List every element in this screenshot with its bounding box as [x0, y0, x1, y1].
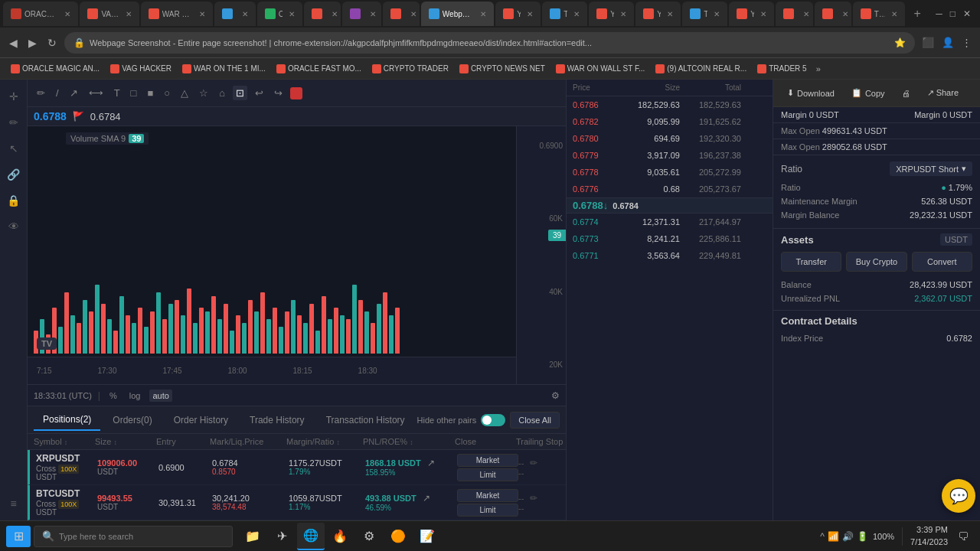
bookmark-oracle-fast[interactable]: ORACLE FAST MO... [272, 63, 366, 75]
browser-tab-14[interactable]: YT (10) ✕ [729, 2, 774, 26]
footer-log-btn[interactable]: log [126, 390, 144, 402]
xrp-limit-btn[interactable]: Limit [457, 468, 518, 481]
col-header-size[interactable]: Size ↕ [95, 437, 156, 446]
magnet-icon[interactable]: 🔗 [3, 164, 24, 185]
settings-btn[interactable]: ⋮ [959, 34, 974, 51]
profile-btn[interactable]: 👤 [939, 34, 956, 51]
browser-tab-9[interactable]: YT (10) ✕ [495, 2, 541, 26]
browser-tab-2[interactable]: WAR ON THE 1 MI... ✕ [141, 2, 213, 26]
col-header-symbol[interactable]: Symbol ↕ [34, 437, 95, 446]
tab-order-history[interactable]: Order History [165, 410, 237, 430]
footer-pct-btn[interactable]: % [106, 390, 120, 402]
browser-tab-6[interactable]: ¶ 30 ✕ [342, 2, 381, 26]
arrow-btn[interactable]: ↗ [67, 86, 81, 100]
taskbar-firefox[interactable]: 🔥 [326, 523, 354, 550]
tab-positions[interactable]: Positions(2) [34, 409, 100, 431]
browser-tab-3[interactable]: Loc... ✕ [214, 2, 256, 26]
pencil-icon[interactable]: ✏ [3, 112, 24, 133]
taskbar-file-explorer[interactable]: 📁 [239, 523, 266, 550]
measure-btn[interactable]: ⟷ [86, 86, 106, 100]
browser-tab-1[interactable]: VAG HACKER ✕ [80, 2, 139, 26]
reload-button[interactable]: ↻ [44, 34, 60, 52]
bookmark-crypto-trader[interactable]: CRYPTO TRADER [368, 63, 453, 75]
col-header-margin[interactable]: Margin/Ratio ↕ [286, 437, 363, 446]
triangle-btn[interactable]: △ [178, 86, 191, 100]
browser-tab-11[interactable]: YT (10) ✕ [589, 2, 634, 26]
notification-btn[interactable]: 🗨 [952, 526, 974, 547]
star-btn[interactable]: ☆ [196, 86, 211, 100]
bookmark-oracle-magic[interactable]: ORACLE MAGIC AN... [6, 63, 104, 75]
copy-btn-right[interactable]: 📋 Copy [844, 85, 893, 101]
browser-tab-10[interactable]: Tw (22) ✕ [542, 2, 587, 26]
tab-orders[interactable]: Orders(0) [103, 410, 161, 430]
ratio-pair-selector[interactable]: XRPUSDT Short ▾ [890, 161, 972, 176]
stop-btn[interactable] [290, 87, 302, 99]
taskbar-app-orange[interactable]: 🟠 [384, 523, 412, 550]
cursor-icon[interactable]: ↖ [3, 138, 24, 159]
chat-bubble[interactable]: 💬 [942, 479, 975, 513]
draw-pencil-btn[interactable]: ✏ [34, 86, 48, 100]
eye-icon[interactable]: 👁 [3, 216, 24, 237]
address-bar[interactable]: 🔒 Webpage Screenshot - Entire page scree… [64, 32, 915, 54]
footer-auto-btn[interactable]: auto [149, 390, 172, 402]
chart-body[interactable]: Volume SMA 9 39 0.6900 60K 40K 20K 39 TV [28, 126, 566, 384]
taskbar-telegram[interactable]: ✈ [268, 523, 296, 550]
box-select-btn[interactable]: ⊡ [233, 86, 247, 100]
layers-icon[interactable]: ≡ [3, 493, 24, 514]
transfer-button[interactable]: Transfer [781, 252, 841, 272]
tray-icon-1[interactable]: ^ [820, 531, 825, 542]
minimize-btn[interactable]: ─ [933, 8, 946, 19]
browser-tab-8[interactable]: Webpage Screenshot ✕ [421, 2, 494, 26]
browser-tab-17[interactable]: TRADER 5 ✕ [853, 2, 905, 26]
buy-crypto-button[interactable]: Buy Crypto [846, 252, 906, 272]
battery-icon[interactable]: 🔋 [857, 531, 868, 542]
xrp-market-btn[interactable]: Market [457, 454, 518, 467]
browser-tab-13[interactable]: Tw (22) ✕ [682, 2, 727, 26]
chart-settings-btn[interactable]: ⚙ [551, 390, 560, 401]
btc-limit-btn[interactable]: Limit [457, 504, 518, 517]
tab-transaction-history[interactable]: Transaction History [317, 410, 414, 430]
line-btn[interactable]: / [53, 86, 62, 100]
bookmark-altcoin[interactable]: (9) ALTCOIN REAL R... [651, 63, 751, 75]
browser-tab-4[interactable]: Cn (63) ✕ [257, 2, 302, 26]
browser-tab-12[interactable]: YT (10) ✕ [635, 2, 681, 26]
hide-pairs-toggle[interactable] [481, 414, 505, 426]
network-icon[interactable]: 📶 [828, 531, 839, 542]
speaker-icon[interactable]: 🔊 [842, 531, 854, 542]
print-btn-right[interactable]: 🖨 [894, 86, 918, 101]
browser-tab-15[interactable]: We ✕ [776, 2, 812, 26]
lock-icon[interactable]: 🔒 [3, 190, 24, 211]
taskbar-settings[interactable]: ⚙ [355, 523, 383, 550]
bookmark-war-wall[interactable]: WAR ON WALL ST F... [551, 63, 650, 75]
start-button[interactable]: ⊞ [6, 526, 31, 547]
browser-tab-7[interactable]: We ✕ [383, 2, 420, 26]
taskbar-word[interactable]: 📝 [413, 523, 441, 550]
bookmark-vag[interactable]: VAG HACKER [106, 63, 176, 75]
bookmark-crypto-news[interactable]: CRYPTO NEWS NET [455, 63, 550, 75]
convert-button[interactable]: Convert [912, 252, 972, 272]
extensions-btn[interactable]: ⬛ [920, 34, 936, 51]
tab-trade-history[interactable]: Trade History [240, 410, 314, 430]
undo-btn[interactable]: ↩ [252, 86, 266, 100]
browser-tab-0[interactable]: ORACLE MAGIC AN... ✕ [3, 2, 78, 26]
text-btn[interactable]: T [111, 86, 123, 100]
maximize-btn[interactable]: □ [947, 8, 959, 19]
download-btn-right[interactable]: ⬇ Download [779, 85, 842, 101]
browser-tab-16[interactable]: We ✕ [815, 2, 851, 26]
back-button[interactable]: ◀ [6, 34, 21, 52]
filled-rect-btn[interactable]: ■ [144, 86, 156, 100]
btc-share-icon[interactable]: ↗ [423, 493, 430, 504]
btc-trailing-edit[interactable]: ✏ [530, 493, 537, 504]
search-bar[interactable]: 🔍 Type here to search [34, 526, 233, 547]
forward-button[interactable]: ▶ [25, 34, 40, 52]
browser-tab-5[interactable]: $0. ✕ [304, 2, 341, 26]
close-all-button[interactable]: Close All [510, 412, 560, 429]
home-btn[interactable]: ⌂ [216, 86, 228, 100]
taskbar-chrome[interactable]: 🌐 [297, 523, 325, 550]
col-header-pnl[interactable]: PNL/ROE% ↕ [363, 437, 455, 446]
btc-market-btn[interactable]: Market [457, 489, 518, 502]
share-btn-right[interactable]: ↗ Share [920, 85, 966, 101]
redo-btn[interactable]: ↪ [271, 86, 286, 100]
clock[interactable]: 3:39 PM 7/14/2023 [910, 524, 948, 548]
new-tab-button[interactable]: + [906, 3, 928, 24]
